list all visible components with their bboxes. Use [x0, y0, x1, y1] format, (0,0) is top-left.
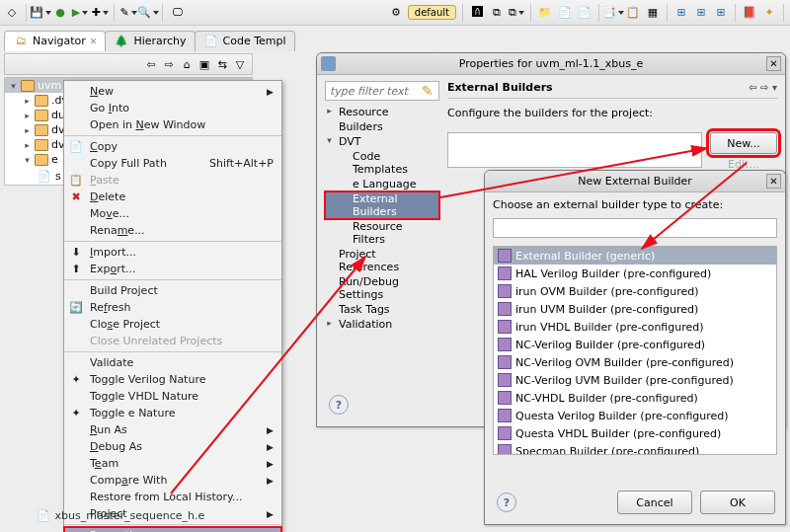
- menu-restore-history[interactable]: Restore from Local History...: [64, 489, 281, 505]
- close-icon[interactable]: ✕: [90, 37, 98, 46]
- ptree-task-tags[interactable]: Task Tags: [325, 302, 439, 317]
- ok-button[interactable]: OK: [700, 491, 775, 514]
- list-item[interactable]: irun OVM Builder (pre-configured): [494, 282, 776, 300]
- ptree-dvt[interactable]: ▾DVT: [325, 134, 439, 149]
- ptree-run-debug[interactable]: Run/Debug Settings: [325, 274, 439, 302]
- ptree-external-builders[interactable]: External Builders: [325, 191, 439, 219]
- ptree-project-references[interactable]: Project References: [325, 247, 439, 274]
- menu-toggle-e[interactable]: ✦Toggle e Nature: [64, 405, 281, 421]
- bookmark-icon[interactable]: 📑: [605, 5, 621, 21]
- menu-toggle-verilog[interactable]: ✦Toggle Verilog Nature: [64, 371, 281, 388]
- eclipse-icon[interactable]: ◇: [4, 5, 20, 21]
- menu-new[interactable]: New▶: [64, 83, 281, 100]
- list-item[interactable]: Specman Builder (pre-configured): [494, 442, 776, 455]
- ptree-e-language[interactable]: e Language: [325, 177, 439, 191]
- list-item[interactable]: irun UVM Builder (pre-configured): [494, 300, 776, 318]
- link-icon[interactable]: ⇆: [214, 56, 230, 72]
- file1-icon[interactable]: 📄: [557, 5, 573, 21]
- help-icon[interactable]: ?: [497, 493, 516, 512]
- close-icon[interactable]: ✕: [766, 56, 781, 71]
- plus1-icon[interactable]: ⊞: [673, 5, 689, 21]
- dot-green-icon[interactable]: ●: [52, 5, 68, 21]
- new-icon[interactable]: ✚: [92, 5, 108, 21]
- menu-debug-as[interactable]: Debug As▶: [64, 438, 281, 455]
- home-icon[interactable]: ⌂: [179, 56, 195, 72]
- grid-icon[interactable]: ▦: [645, 5, 661, 21]
- tab-hierarchy[interactable]: 🌲 Hierarchy: [105, 31, 195, 51]
- builder-type-list[interactable]: External Builder (generic) HAL Verilog B…: [493, 246, 777, 455]
- menu-team[interactable]: Team▶: [64, 455, 281, 472]
- back-icon[interactable]: ⇦: [143, 56, 159, 72]
- perspective-badge[interactable]: default: [408, 5, 456, 20]
- collapse-icon[interactable]: ▣: [197, 56, 212, 72]
- menu-properties[interactable]: Properties: [64, 527, 281, 532]
- menu-export[interactable]: ⬆Export...: [64, 261, 281, 277]
- a-icon[interactable]: 🅰: [469, 5, 485, 21]
- star-icon[interactable]: ✦: [761, 5, 777, 21]
- help-icon[interactable]: ?: [329, 395, 349, 415]
- tab-label: Hierarchy: [133, 35, 186, 47]
- dialog-title-bar[interactable]: New External Builder ✕: [485, 171, 785, 192]
- menu-close-unrelated: Close Unrelated Projects: [64, 333, 281, 349]
- list-item[interactable]: NC-Verilog OVM Builder (pre-configured): [494, 353, 776, 371]
- menu-delete[interactable]: ✖Delete: [64, 189, 281, 205]
- file2-icon[interactable]: 📄: [577, 5, 592, 21]
- ptree-code-templates[interactable]: Code Templates: [325, 149, 439, 177]
- menu-build-project[interactable]: Build Project: [64, 282, 281, 299]
- tab-navigator[interactable]: 🗂 Navigator ✕: [4, 31, 106, 51]
- menu-copy-full-path[interactable]: Copy Full PathShift+Alt+P: [64, 155, 281, 172]
- menu-copy[interactable]: 📄Copy: [64, 138, 281, 155]
- tab-codetpl[interactable]: 📄 Code Templ: [195, 31, 295, 51]
- book-icon[interactable]: 📕: [742, 5, 757, 21]
- desktop-icon[interactable]: 🖵: [169, 5, 185, 21]
- ptree-resource[interactable]: ▸Resource: [325, 105, 439, 119]
- menu-run-as[interactable]: Run As▶: [64, 421, 281, 438]
- gear-icon[interactable]: ⚙: [388, 5, 404, 21]
- ptree-validation[interactable]: ▸Validation: [325, 317, 439, 332]
- fwd-icon[interactable]: ⇨: [161, 56, 177, 72]
- search-icon[interactable]: 🔍: [140, 5, 156, 21]
- menu-toggle-vhdl[interactable]: Toggle VHDL Nature: [64, 388, 281, 405]
- menu-open-new-window[interactable]: Open in New Window: [64, 116, 281, 133]
- plus2-icon[interactable]: ⊞: [693, 5, 709, 21]
- list-item[interactable]: NC-VHDL Builder (pre-configured): [494, 389, 776, 407]
- properties-tree-panel: ✎ ▸Resource Builders ▾DVT Code Templates…: [325, 81, 439, 387]
- list-item[interactable]: Questa VHDL Builder (pre-configured): [494, 424, 776, 442]
- hierarchy-icon: 🌲: [114, 34, 129, 49]
- ptree-resource-filters[interactable]: Resource Filters: [325, 219, 439, 247]
- c-icon[interactable]: ⧉: [509, 5, 524, 21]
- builder-name-input[interactable]: [493, 218, 777, 238]
- brush-icon[interactable]: ✎: [120, 5, 136, 21]
- menu-icon[interactable]: ▽: [232, 56, 248, 72]
- list-item[interactable]: External Builder (generic): [494, 247, 776, 265]
- run-icon[interactable]: ▶: [72, 5, 88, 21]
- new-button[interactable]: New...: [710, 132, 777, 154]
- clear-filter-icon[interactable]: ✎: [422, 83, 437, 99]
- list-item[interactable]: NC-Verilog Builder (pre-configured): [494, 336, 776, 353]
- list-item[interactable]: NC-Verilog UVM Builder (pre-configured): [494, 371, 776, 389]
- menu-rename[interactable]: Rename...: [64, 222, 281, 239]
- menu-close-project[interactable]: Close Project: [64, 316, 281, 333]
- clip-icon[interactable]: 📋: [625, 5, 641, 21]
- menu-validate[interactable]: Validate: [64, 354, 281, 371]
- dialog-title-bar[interactable]: Properties for uvm_ml-1.1_xbus_e ✕: [317, 53, 785, 75]
- plus3-icon[interactable]: ⊞: [713, 5, 729, 21]
- folder-icon: [35, 124, 48, 136]
- cancel-button[interactable]: Cancel: [617, 491, 692, 514]
- save-icon[interactable]: 💾: [33, 5, 48, 21]
- list-item[interactable]: HAL Verilog Builder (pre-configured): [494, 265, 776, 282]
- builders-list[interactable]: [447, 132, 702, 168]
- close-icon[interactable]: ✕: [766, 174, 781, 189]
- menu-compare-with[interactable]: Compare With▶: [64, 472, 281, 489]
- folder-icon[interactable]: 📁: [537, 5, 553, 21]
- b-icon[interactable]: ⧉: [489, 5, 505, 21]
- menu-import[interactable]: ⬇Import...: [64, 244, 281, 261]
- builder-icon: [498, 426, 512, 440]
- menu-go-into[interactable]: Go Into: [64, 100, 281, 116]
- ptree-builders[interactable]: Builders: [325, 119, 439, 134]
- list-item[interactable]: Questa Verilog Builder (pre-configured): [494, 407, 776, 424]
- menu-refresh[interactable]: 🔄Refresh: [64, 299, 281, 316]
- nav-buttons[interactable]: ⇦ ⇨ ▾: [749, 82, 777, 93]
- list-item[interactable]: irun VHDL Builder (pre-configured): [494, 318, 776, 336]
- menu-move[interactable]: Move...: [64, 205, 281, 222]
